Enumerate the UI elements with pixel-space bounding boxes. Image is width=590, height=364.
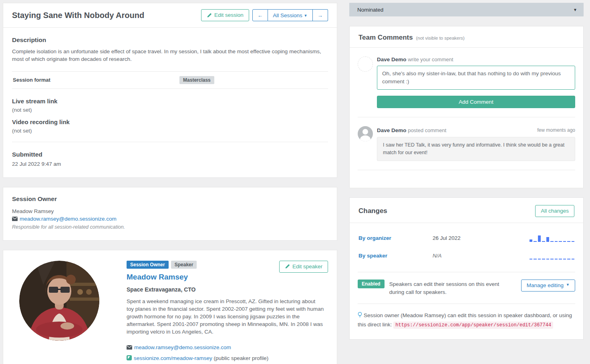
speaker-name[interactable]: Meadow Ramsey xyxy=(127,273,324,282)
chevron-down-icon: ▼ xyxy=(304,14,308,18)
all-changes-button[interactable]: All changes xyxy=(535,205,574,217)
session-owner-card: Session Owner Meadow Ramsey meadow.ramse… xyxy=(3,187,337,241)
all-sessions-dropdown[interactable]: All Sessions ▼ xyxy=(268,9,312,21)
team-comments-header: Team Comments (not visible to speakers) xyxy=(350,26,583,48)
comment-author: Dave Demo xyxy=(377,56,407,62)
speaker-profile-suffix: (public speaker profile) xyxy=(212,355,268,361)
next-session-button[interactable]: → xyxy=(313,9,328,21)
page-title: Staying Sane With Nobody Around xyxy=(12,11,144,20)
video-recording-value: (not set) xyxy=(12,128,328,134)
person-icon xyxy=(358,126,373,141)
changes-card: Changes All changes By organizer 26 Jul … xyxy=(349,197,584,340)
posted-comment-text: I saw her TED Talk, it was very funny an… xyxy=(377,137,575,161)
edit-speaker-label: Edit speaker xyxy=(292,263,322,270)
status-select-value: Nominated xyxy=(357,7,383,13)
posted-comment-author: Dave Demo xyxy=(377,127,407,133)
arrow-left-icon: ← xyxy=(258,12,263,18)
page-root: Staying Sane With Nobody Around Edit ses… xyxy=(0,0,590,364)
description-text: Complete isolation is an unfortunate sid… xyxy=(12,48,328,63)
direct-edit-link[interactable]: https://sessionize.com/app/speaker/sessi… xyxy=(393,322,553,329)
by-organizer-link[interactable]: By organizer xyxy=(358,235,433,241)
posted-comment-head: few moments ago Dave Demo posted comment xyxy=(377,126,575,133)
pencil-icon xyxy=(207,13,212,18)
live-stream-value: (not set) xyxy=(12,107,328,113)
speaker-photo-image xyxy=(19,261,99,341)
edit-speaker-button[interactable]: Edit speaker xyxy=(279,261,328,273)
lightbulb-icon xyxy=(358,312,362,318)
team-comments-title: Team Comments xyxy=(358,34,413,41)
comment-form: Dave Demo write your comment Oh, she's a… xyxy=(358,56,575,108)
pencil-icon xyxy=(285,264,290,269)
comment-form-label: Dave Demo write your comment xyxy=(377,56,575,62)
avatar xyxy=(358,126,373,141)
video-recording-block: Video recording link (not set) xyxy=(12,119,328,134)
posted-comment-time: few moments ago xyxy=(537,127,575,133)
submitted-value: 22 Jul 2022 9:47 am xyxy=(12,161,328,167)
organizer-last-change-date: 26 Jul 2022 xyxy=(433,235,530,241)
right-column: Nominated ▼ Team Comments (not visible t… xyxy=(349,3,584,364)
envelope-icon xyxy=(127,345,132,350)
speaker-bio: Spent a weekend managing ice cream in Pr… xyxy=(127,298,324,336)
live-stream-label: Live stream link xyxy=(12,98,328,105)
changes-row-speaker: By speaker N/A xyxy=(358,247,575,265)
divider xyxy=(12,142,328,142)
team-comments-card: Team Comments (not visible to speakers) … xyxy=(349,26,584,188)
by-speaker-link[interactable]: By speaker xyxy=(358,253,433,259)
session-header-actions: Edit session ← All Sessions ▼ → xyxy=(201,9,328,21)
owner-email-link[interactable]: meadow.ramsey@demo.sessionize.com xyxy=(20,216,117,222)
changes-row-organizer: By organizer 26 Jul 2022 xyxy=(358,229,575,247)
add-comment-button[interactable]: Add Comment xyxy=(377,96,575,108)
description-heading: Description xyxy=(12,36,328,44)
divider xyxy=(358,272,575,272)
direct-link-tip: Session owner (Meadow Ramsey) can edit t… xyxy=(358,311,575,330)
speaker-info: Session Owner Speaker Meadow Ramsey Spac… xyxy=(127,261,328,364)
video-recording-label: Video recording link xyxy=(12,119,328,125)
speaker-profile-link[interactable]: sessionize.com/meadow-ramsey xyxy=(134,355,212,361)
speaker-email-row: meadow.ramsey@demo.sessionize.com xyxy=(127,344,324,350)
session-owner-heading: Session Owner xyxy=(12,195,328,203)
live-stream-block: Live stream link (not set) xyxy=(12,98,328,113)
changes-header: Changes All changes xyxy=(350,198,583,223)
speaker-email-link[interactable]: meadow.ramsey@demo.sessionize.com xyxy=(134,344,231,350)
left-column: Staying Sane With Nobody Around Edit ses… xyxy=(3,3,337,364)
owner-note: Responsible for all session-related comm… xyxy=(12,224,328,230)
session-format-badge: Masterclass xyxy=(179,76,214,84)
divider xyxy=(358,304,575,304)
comment-input[interactable]: Oh, she's also my sister-in-law, but tha… xyxy=(377,66,575,90)
speaker-activity-sparkline xyxy=(530,252,574,259)
session-card-header: Staying Sane With Nobody Around Edit ses… xyxy=(3,3,337,28)
speaker-profile-row: sessionize.com/meadow-ramsey (public spe… xyxy=(127,355,324,361)
editing-row: Enabled Speakers can edit their sessions… xyxy=(358,280,575,297)
prev-session-button[interactable]: ← xyxy=(252,9,268,21)
speaker-photo xyxy=(19,261,99,341)
owner-email-row: meadow.ramsey@demo.sessionize.com xyxy=(12,216,328,222)
edit-session-button[interactable]: Edit session xyxy=(201,9,249,21)
chevron-down-icon: ▼ xyxy=(566,283,570,287)
manage-editing-dropdown[interactable]: Manage editing ▼ xyxy=(521,280,575,292)
divider xyxy=(358,170,575,170)
organizer-activity-sparkline xyxy=(530,235,574,242)
submitted-label: Submitted xyxy=(12,151,328,158)
chevron-down-icon: ▼ xyxy=(573,8,577,12)
speaker-badge: Speaker xyxy=(171,261,197,269)
status-select[interactable]: Nominated ▼ xyxy=(349,3,584,16)
team-comments-body: Dave Demo write your comment Oh, she's a… xyxy=(350,48,583,188)
owner-name: Meadow Ramsey xyxy=(12,208,328,214)
submitted-block: Submitted 22 Jul 2022 9:47 am xyxy=(12,151,328,167)
edit-session-label: Edit session xyxy=(214,12,244,18)
sessionize-logo-icon xyxy=(127,355,132,360)
editing-text: Speakers can edit their sessions on this… xyxy=(389,280,515,297)
session-owner-badge: Session Owner xyxy=(127,261,169,269)
enabled-badge: Enabled xyxy=(358,280,385,288)
session-nav-group: ← All Sessions ▼ → xyxy=(252,9,328,21)
session-format-row: Session format Masterclass xyxy=(12,71,328,89)
arrow-right-icon: → xyxy=(318,12,323,18)
session-format-label: Session format xyxy=(13,77,179,83)
speaker-card: Session Owner Speaker Meadow Ramsey Spac… xyxy=(3,250,337,364)
session-card: Staying Sane With Nobody Around Edit ses… xyxy=(3,3,337,178)
changes-title: Changes xyxy=(358,207,387,215)
speaker-tagline: Space Extravaganza, CTO xyxy=(127,286,324,293)
divider xyxy=(358,117,575,117)
session-card-body: Description Complete isolation is an unf… xyxy=(3,28,337,177)
avatar xyxy=(358,56,373,72)
